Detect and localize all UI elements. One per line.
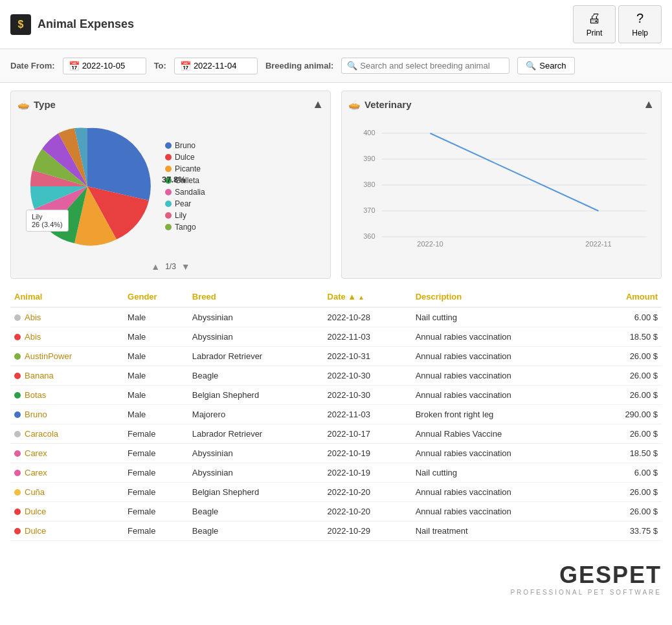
cell-date-10: 2022-10-20	[324, 502, 412, 521]
table-row: Bruno Male Majorero 2022-11-03 Broken fr…	[10, 405, 662, 424]
cell-gender-4: Male	[124, 386, 188, 405]
calendar-from-icon: 📅	[69, 61, 80, 71]
help-button[interactable]: ? Help	[618, 5, 662, 43]
cell-animal-0: Abis	[10, 307, 124, 327]
cell-gender-7: Female	[124, 444, 188, 463]
y-label-380: 380	[363, 181, 375, 188]
cell-animal-11: Dulce	[10, 521, 124, 541]
animal-name-5[interactable]: Bruno	[25, 410, 47, 419]
animal-dot-2	[14, 353, 21, 360]
y-label-400: 400	[363, 129, 375, 137]
cell-description-0: Nail cutting	[412, 307, 592, 327]
header-left: $ Animal Expenses	[10, 14, 134, 35]
breeding-search-input[interactable]	[360, 61, 504, 71]
app-logo: $	[10, 14, 31, 35]
legend-label-dulce: Dulce	[175, 153, 195, 162]
pie-prev-button[interactable]: ▲	[151, 261, 160, 272]
pie-next-button[interactable]: ▼	[181, 261, 190, 272]
cell-amount-10: 26.00 $	[591, 502, 662, 521]
cell-description-6: Annual Rabies Vaccine	[412, 424, 592, 444]
cell-breed-11: Beagle	[188, 521, 324, 541]
animal-name-8[interactable]: Carex	[25, 468, 47, 477]
pie-tooltip-name: Lily	[32, 213, 63, 221]
cell-date-4: 2022-10-30	[324, 386, 412, 405]
line-chart-area: 400 390 380 370 360 2022-10 2022-11	[348, 116, 655, 253]
animal-dot-11	[14, 528, 21, 534]
date-from-input[interactable]	[82, 61, 140, 71]
date-to-input[interactable]	[194, 61, 252, 71]
x-label-oct: 2022-10	[417, 240, 443, 248]
table-row: Carex Female Abyssinian 2022-10-19 Annua…	[10, 444, 662, 463]
cell-breed-9: Belgian Shepherd	[188, 483, 324, 502]
vet-chart-title: 🥧 Veterinary	[348, 99, 412, 111]
cell-gender-11: Female	[124, 521, 188, 541]
animal-name-1[interactable]: Abis	[25, 332, 41, 342]
cell-breed-10: Beagle	[188, 502, 324, 521]
charts-row: 🥧 Type ▲	[0, 83, 672, 287]
legend-label-pear: Pear	[175, 199, 191, 208]
animal-name-2[interactable]: AustinPower	[25, 351, 72, 361]
search-button[interactable]: 🔍 Search	[517, 57, 574, 74]
legend-dot-pear	[165, 201, 172, 207]
legend-dot-tango	[165, 224, 172, 230]
cell-date-11: 2022-10-29	[324, 521, 412, 541]
page-header: $ Animal Expenses 🖨 Print ? Help	[0, 0, 672, 49]
expenses-table: Animal Gender Breed Date ▲ Description A…	[10, 287, 662, 541]
legend-item-pear: Pear	[165, 199, 205, 208]
cell-description-1: Annual rabies vaccination	[412, 327, 592, 347]
cell-description-10: Annual rabies vaccination	[412, 502, 592, 521]
table-row: Abis Male Abyssinian 2022-11-03 Annual r…	[10, 327, 662, 347]
animal-name-4[interactable]: Botas	[25, 390, 46, 400]
vet-chart-collapse[interactable]: ▲	[643, 98, 655, 111]
cell-amount-3: 26.00 $	[591, 366, 662, 386]
cell-animal-5: Bruno	[10, 405, 124, 424]
breeding-search-wrapper: 🔍	[341, 58, 510, 74]
pie-tooltip: Lily 26 (3.4%)	[26, 210, 69, 232]
animal-name-11[interactable]: Dulce	[25, 526, 46, 536]
vet-chart-card: 🥧 Veterinary ▲ 400 390 380 370 360	[341, 91, 662, 279]
animal-name-7[interactable]: Carex	[25, 448, 47, 458]
col-animal[interactable]: Animal	[10, 287, 124, 307]
animal-name-9[interactable]: Cuña	[25, 487, 45, 497]
y-label-370: 370	[363, 206, 375, 214]
col-breed[interactable]: Breed	[188, 287, 324, 307]
legend-item-tango: Tango	[165, 223, 205, 232]
cell-date-9: 2022-10-20	[324, 483, 412, 502]
col-amount[interactable]: Amount	[591, 287, 662, 307]
cell-date-1: 2022-11-03	[324, 327, 412, 347]
cell-animal-8: Carex	[10, 463, 124, 483]
table-head: Animal Gender Breed Date ▲ Description A…	[10, 287, 662, 307]
vet-line-svg: 400 390 380 370 360 2022-10 2022-11	[351, 119, 652, 248]
brand-sub: PROFESSIONAL PET SOFTWARE	[510, 589, 662, 596]
col-gender[interactable]: Gender	[124, 287, 188, 307]
legend-dot-dulce	[165, 154, 172, 160]
search-inner-icon: 🔍	[347, 61, 357, 71]
legend-item-bruno: Bruno	[165, 141, 205, 150]
table-row: Dulce Female Beagle 2022-10-20 Annual ra…	[10, 502, 662, 521]
cell-amount-7: 18.50 $	[591, 444, 662, 463]
cell-amount-9: 26.00 $	[591, 483, 662, 502]
animal-dot-8	[14, 470, 21, 476]
cell-gender-2: Male	[124, 347, 188, 366]
cell-animal-9: Cuña	[10, 483, 124, 502]
table-row: Dulce Female Beagle 2022-10-29 Nail trea…	[10, 521, 662, 541]
animal-dot-10	[14, 509, 21, 515]
animal-name-6[interactable]: Caracola	[25, 429, 58, 439]
table-header-row: Animal Gender Breed Date ▲ Description A…	[10, 287, 662, 307]
col-description[interactable]: Description	[412, 287, 592, 307]
footer: GESPET PROFESSIONAL PET SOFTWARE	[0, 551, 672, 601]
type-chart-title-text: Type	[34, 99, 56, 110]
cell-date-2: 2022-10-31	[324, 347, 412, 366]
col-date[interactable]: Date ▲	[324, 287, 412, 307]
legend-label-sandalia: Sandalia	[175, 188, 205, 197]
cell-gender-10: Female	[124, 502, 188, 521]
cell-description-5: Broken front right leg	[412, 405, 592, 424]
print-button[interactable]: 🖨 Print	[573, 5, 616, 43]
animal-name-3[interactable]: Banana	[25, 371, 54, 380]
date-to-label: To:	[154, 61, 166, 71]
animal-name-10[interactable]: Dulce	[25, 507, 46, 516]
pie-container: 37.8% 37.8% Lily 26 (3.4%) Bruno Dulce	[17, 116, 324, 256]
cell-gender-8: Female	[124, 463, 188, 483]
type-chart-collapse[interactable]: ▲	[312, 98, 324, 111]
animal-name-0[interactable]: Abis	[25, 312, 41, 322]
